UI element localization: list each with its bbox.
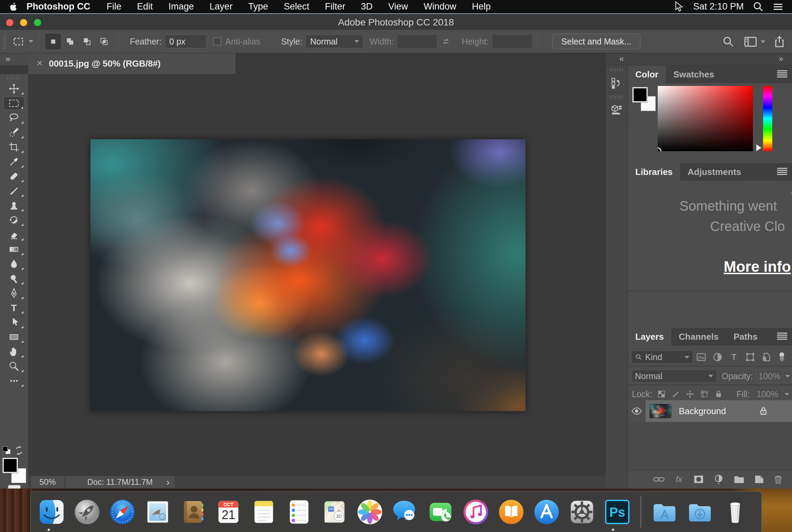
menu-item-filter[interactable]: Filter bbox=[317, 1, 353, 12]
new-layer-icon[interactable] bbox=[753, 474, 765, 484]
dock-launchpad-icon[interactable] bbox=[72, 497, 102, 527]
layer-style-fx-icon[interactable]: fx bbox=[673, 474, 685, 484]
brush-tool[interactable] bbox=[3, 184, 24, 198]
dock-safari-icon[interactable] bbox=[108, 497, 137, 527]
tab-layers[interactable]: Layers bbox=[628, 328, 671, 345]
3d-panel-button[interactable] bbox=[606, 101, 627, 120]
menu-item-view[interactable]: View bbox=[380, 1, 416, 12]
rectangular-marquee-tool[interactable] bbox=[3, 96, 24, 110]
move-tool[interactable] bbox=[3, 82, 24, 95]
notification-center-icon[interactable] bbox=[772, 1, 784, 13]
lock-transparency-icon[interactable] bbox=[657, 390, 666, 398]
foreground-color-swatch[interactable] bbox=[3, 458, 18, 473]
blend-mode-select[interactable]: Normal bbox=[631, 370, 717, 383]
dock-mail-icon[interactable] bbox=[143, 497, 172, 527]
tab-color[interactable]: Color bbox=[628, 66, 666, 83]
close-document-icon[interactable]: × bbox=[36, 57, 43, 69]
saturation-brightness-field[interactable] bbox=[658, 86, 753, 151]
tab-channels[interactable]: Channels bbox=[671, 328, 726, 345]
filter-toggle-icon[interactable] bbox=[777, 352, 787, 362]
dock-facetime-icon[interactable] bbox=[426, 497, 455, 527]
dock-trash-icon[interactable] bbox=[721, 497, 750, 527]
doc-size-status[interactable]: Doc: 11.7M/11.7M › bbox=[66, 476, 174, 488]
blur-tool[interactable] bbox=[3, 257, 24, 271]
menu-item-select[interactable]: Select bbox=[276, 1, 317, 12]
workspace-chevron-icon[interactable] bbox=[761, 40, 765, 43]
opacity-value[interactable]: 100% bbox=[756, 370, 783, 383]
toolbar-grip[interactable] bbox=[7, 77, 21, 80]
menu-clock[interactable]: Sat 2:10 PM bbox=[688, 1, 748, 12]
fg-color-proxy[interactable] bbox=[633, 87, 648, 102]
color-panel-menu-icon[interactable] bbox=[777, 70, 787, 78]
strip-grip-2[interactable] bbox=[610, 95, 623, 99]
dock-photos-icon[interactable] bbox=[355, 497, 384, 527]
rectangle-shape-tool[interactable] bbox=[3, 330, 24, 344]
lock-pixels-icon[interactable] bbox=[671, 390, 680, 398]
menu-item-edit[interactable]: Edit bbox=[129, 1, 161, 12]
dock-photoshop-icon[interactable]: Ps bbox=[603, 497, 632, 527]
lock-artboard-icon[interactable] bbox=[700, 390, 709, 398]
color-panel-fg-bg[interactable] bbox=[631, 87, 662, 117]
layer-row-background[interactable]: Background bbox=[628, 400, 792, 422]
toolbar-expand-button[interactable]: » bbox=[0, 53, 28, 65]
anti-alias-checkbox[interactable] bbox=[213, 37, 221, 46]
filter-pixel-layers-icon[interactable] bbox=[696, 352, 706, 362]
fill-value[interactable]: 100% bbox=[753, 388, 782, 401]
filter-type-layers-icon[interactable]: T bbox=[729, 352, 739, 362]
dock-notes-icon[interactable] bbox=[249, 497, 278, 527]
quick-selection-tool[interactable] bbox=[3, 126, 24, 139]
lock-all-icon[interactable] bbox=[714, 390, 723, 398]
tab-swatches[interactable]: Swatches bbox=[666, 66, 722, 83]
dock-applications-folder-icon[interactable] bbox=[650, 497, 679, 527]
fill-chevron-icon[interactable] bbox=[782, 388, 792, 401]
default-colors-widget[interactable] bbox=[2, 446, 26, 456]
selection-mode-subtract-button[interactable] bbox=[79, 33, 96, 50]
type-tool[interactable]: T bbox=[3, 301, 24, 315]
link-layers-icon[interactable] bbox=[653, 474, 665, 484]
clone-stamp-tool[interactable] bbox=[3, 199, 24, 212]
document-image[interactable] bbox=[90, 139, 526, 411]
tool-preset-picker[interactable] bbox=[12, 35, 33, 48]
opacity-chevron-icon[interactable] bbox=[783, 370, 792, 383]
edit-toolbar-button[interactable] bbox=[3, 374, 24, 388]
eyedropper-tool[interactable] bbox=[3, 155, 24, 169]
dock-calendar-icon[interactable]: OCT 21 bbox=[214, 497, 243, 527]
menu-item-layer[interactable]: Layer bbox=[202, 1, 241, 12]
dock-itunes-icon[interactable] bbox=[461, 497, 490, 527]
crop-tool[interactable] bbox=[3, 140, 24, 154]
document-tab[interactable]: × 00015.jpg @ 50% (RGB/8#) bbox=[28, 53, 236, 74]
eye-icon[interactable] bbox=[631, 405, 642, 417]
collapse-panels-button[interactable]: » bbox=[779, 54, 783, 64]
zoom-level-field[interactable]: 50% bbox=[31, 476, 64, 488]
hue-slider-icon[interactable] bbox=[756, 144, 761, 151]
tab-adjustments[interactable]: Adjustments bbox=[680, 163, 748, 181]
options-grip[interactable] bbox=[3, 34, 6, 49]
width-input[interactable] bbox=[397, 35, 437, 48]
zoom-tool[interactable] bbox=[3, 359, 24, 373]
delete-layer-icon[interactable] bbox=[773, 474, 784, 484]
dock-reminders-icon[interactable] bbox=[285, 497, 314, 527]
menu-item-help[interactable]: Help bbox=[464, 1, 499, 12]
spot-healing-brush-tool[interactable] bbox=[3, 170, 24, 183]
history-panel-button[interactable] bbox=[606, 73, 627, 92]
selection-mode-intersect-button[interactable] bbox=[96, 33, 113, 50]
path-selection-tool[interactable] bbox=[3, 316, 24, 329]
layer-visibility-cell[interactable] bbox=[628, 400, 645, 422]
menu-item-file[interactable]: File bbox=[99, 1, 129, 12]
dock-contacts-icon[interactable] bbox=[178, 497, 208, 527]
new-group-icon[interactable] bbox=[733, 474, 745, 484]
more-info-link[interactable]: More info bbox=[724, 258, 791, 275]
dock-finder-icon[interactable] bbox=[37, 497, 66, 527]
filter-shape-layers-icon[interactable] bbox=[745, 352, 755, 362]
hand-tool[interactable] bbox=[3, 345, 24, 358]
eraser-tool[interactable] bbox=[3, 228, 24, 242]
menu-item-image[interactable]: Image bbox=[161, 1, 202, 12]
layers-panel-menu-icon[interactable] bbox=[777, 333, 787, 341]
layer-filter-kind-select[interactable]: Kind bbox=[631, 351, 693, 363]
pen-tool[interactable] bbox=[3, 286, 24, 300]
feather-input[interactable]: 0 px bbox=[165, 35, 206, 48]
workspace-icon[interactable] bbox=[744, 36, 757, 48]
dock-messages-icon[interactable] bbox=[391, 497, 420, 527]
gradient-tool[interactable] bbox=[3, 243, 24, 256]
foreground-background-colors[interactable] bbox=[3, 458, 27, 485]
